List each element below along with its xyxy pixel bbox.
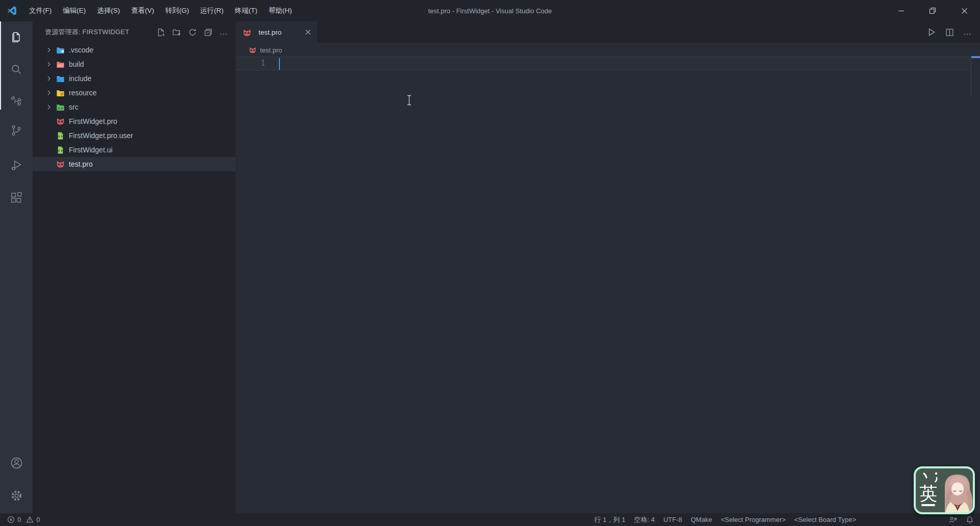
chevron-right-icon xyxy=(45,103,53,111)
new-folder-icon[interactable] xyxy=(172,28,181,37)
minimize-button[interactable] xyxy=(885,0,917,21)
chevron-right-icon xyxy=(45,60,53,68)
ime-status-widget[interactable]: 英 xyxy=(913,465,976,515)
more-actions-icon[interactable]: … xyxy=(219,28,228,37)
scrollbar-border xyxy=(971,56,971,96)
language-mode[interactable]: QMake xyxy=(691,516,712,523)
tree-item-test-pro[interactable]: test.pro xyxy=(33,157,236,171)
folder-src-icon xyxy=(56,103,65,112)
menu-file[interactable]: 文件(F) xyxy=(23,0,57,21)
editor-actions: … xyxy=(927,21,972,43)
file-tree: .vscode build include xyxy=(33,43,236,171)
tree-item-label: build xyxy=(69,60,84,68)
account-icon[interactable] xyxy=(0,451,33,475)
tree-item-label: resource xyxy=(69,89,96,97)
settings-gear-icon[interactable] xyxy=(0,483,33,508)
chevron-right-icon xyxy=(45,46,53,54)
tree-item-label: include xyxy=(69,74,91,83)
tree-item-firstwidget-pro-user[interactable]: FirstWidget.pro.user xyxy=(33,128,236,143)
menu-run[interactable]: 运行(R) xyxy=(195,0,229,21)
new-file-icon[interactable] xyxy=(156,28,165,37)
explorer-icon[interactable] xyxy=(0,25,33,49)
vscode-window: 文件(F) 编辑(E) 选择(S) 查看(V) 转到(G) 运行(R) 终端(T… xyxy=(0,0,980,526)
restore-button[interactable] xyxy=(917,0,948,21)
tree-item-firstwidget-ui[interactable]: FirstWidget.ui xyxy=(33,143,236,157)
encoding[interactable]: UTF-8 xyxy=(663,516,682,523)
ime-mode-character: 英 xyxy=(920,484,938,504)
select-programmer[interactable]: <Select Programmer> xyxy=(721,516,786,523)
select-board-type[interactable]: <Select Board Type> xyxy=(794,516,856,523)
tree-item-build-folder[interactable]: build xyxy=(33,57,236,71)
window-title: test.pro - FirstWidget - Visual Studio C… xyxy=(428,7,552,15)
breadcrumb[interactable]: test.pro xyxy=(236,43,980,57)
close-button[interactable] xyxy=(948,0,980,21)
menu-terminal[interactable]: 终端(T) xyxy=(229,0,263,21)
split-editor-icon[interactable] xyxy=(945,28,954,37)
error-count: 0 xyxy=(17,516,21,523)
menu-selection[interactable]: 选择(S) xyxy=(91,0,125,21)
notifications-bell-icon[interactable] xyxy=(966,516,974,524)
explorer-toolbar: … xyxy=(156,21,228,43)
errors-icon xyxy=(7,516,15,523)
collapse-folders-icon[interactable] xyxy=(203,28,213,37)
line-number: 1 xyxy=(255,59,265,68)
tree-item-include-folder[interactable]: include xyxy=(33,71,236,86)
cursor-position[interactable]: 行 1，列 1 xyxy=(595,515,626,524)
references-icon[interactable] xyxy=(0,89,33,113)
explorer-header: 资源管理器: FIRSTWIDGET xyxy=(33,21,236,43)
activity-bar xyxy=(0,21,33,513)
indentation[interactable]: 空格: 4 xyxy=(634,515,654,524)
problems-indicator[interactable]: 0 0 xyxy=(7,516,40,523)
warning-count: 0 xyxy=(36,516,40,523)
xml-file-icon xyxy=(56,132,65,140)
folder-build-icon xyxy=(56,60,65,69)
menu-view[interactable]: 查看(V) xyxy=(125,0,160,21)
extensions-icon[interactable] xyxy=(0,186,33,210)
tree-item-label: FirstWidget.pro.user xyxy=(69,132,133,140)
menu-goto[interactable]: 转到(G) xyxy=(160,0,195,21)
menubar: 文件(F) 编辑(E) 选择(S) 查看(V) 转到(G) 运行(R) 终端(T… xyxy=(23,0,298,21)
editor-group: test.pro … test.pro 1 xyxy=(236,21,980,513)
tree-item-label: FirstWidget.pro xyxy=(69,117,117,125)
text-cursor xyxy=(279,58,280,70)
qmake-pro-file-icon xyxy=(56,117,65,126)
warnings-icon xyxy=(26,516,34,523)
tree-item-vscode-folder[interactable]: .vscode xyxy=(33,43,236,57)
feedback-icon[interactable] xyxy=(949,516,957,524)
tree-item-label: test.pro xyxy=(69,160,93,168)
status-bar: 0 0 行 1，列 1 空格: 4 UTF-8 QMake <Select Pr… xyxy=(0,513,980,526)
breadcrumb-item[interactable]: test.pro xyxy=(260,46,282,54)
folder-vscode-icon xyxy=(56,46,65,55)
tree-item-firstwidget-pro[interactable]: FirstWidget.pro xyxy=(33,114,236,128)
tab-label: test.pro xyxy=(259,29,281,36)
source-control-icon[interactable] xyxy=(0,118,33,143)
menu-edit[interactable]: 编辑(E) xyxy=(57,0,91,21)
titlebar: 文件(F) 编辑(E) 选择(S) 查看(V) 转到(G) 运行(R) 终端(T… xyxy=(0,0,980,21)
explorer-title: 资源管理器: FIRSTWIDGET xyxy=(45,28,129,37)
tree-item-label: .vscode xyxy=(69,46,93,54)
folder-include-icon xyxy=(56,74,65,83)
more-actions-icon[interactable]: … xyxy=(963,30,972,35)
tree-item-src-folder[interactable]: src xyxy=(33,100,236,114)
run-and-debug-icon[interactable] xyxy=(0,153,33,177)
window-controls xyxy=(885,0,980,21)
code-area[interactable]: 1 xyxy=(236,57,980,513)
folder-resource-icon xyxy=(56,89,65,97)
search-icon[interactable] xyxy=(0,57,33,82)
refresh-icon[interactable] xyxy=(188,28,197,37)
chevron-right-icon xyxy=(45,74,53,83)
chevron-right-icon xyxy=(45,89,53,97)
overview-ruler-cursor-mark xyxy=(971,56,980,58)
menu-help[interactable]: 帮助(H) xyxy=(263,0,298,21)
qmake-pro-file-icon xyxy=(249,46,256,54)
tree-item-label: FirstWidget.ui xyxy=(69,146,113,154)
mouse-ibeam-cursor xyxy=(406,95,412,106)
tab-close-icon[interactable] xyxy=(304,28,312,36)
tree-item-label: src xyxy=(69,103,79,111)
tree-item-resource-folder[interactable]: resource xyxy=(33,86,236,100)
qmake-pro-file-icon xyxy=(56,160,65,169)
current-line-highlight xyxy=(236,57,971,70)
tab-test-pro[interactable]: test.pro xyxy=(236,21,317,43)
run-file-icon[interactable] xyxy=(927,28,936,37)
qmake-pro-file-icon xyxy=(243,29,250,36)
